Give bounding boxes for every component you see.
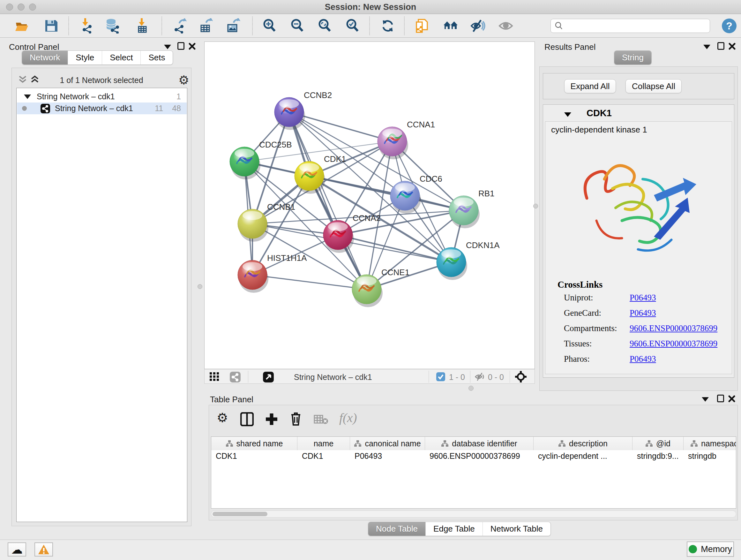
- column-header-database-identifier[interactable]: database identifier: [425, 437, 534, 450]
- tab-select[interactable]: Select: [102, 51, 140, 64]
- crosslink-value-link[interactable]: P06493: [630, 354, 656, 364]
- tab-network[interactable]: Network: [22, 51, 68, 64]
- edge-CCNA2-CDKN1A[interactable]: [338, 235, 451, 262]
- panel-menu-icon[interactable]: [702, 397, 709, 401]
- warnings-button[interactable]: [35, 543, 53, 557]
- gene-symbol: CDK1: [587, 108, 612, 118]
- column-header-shared-name[interactable]: shared name: [211, 437, 297, 450]
- crosslink-value-link[interactable]: P06493: [630, 293, 656, 303]
- node-RB1[interactable]: RB1: [449, 189, 495, 228]
- crosslinks-title: CrossLinks: [557, 279, 603, 290]
- splitter-handle[interactable]: [198, 284, 202, 289]
- panel-float-icon[interactable]: [718, 42, 724, 50]
- column-header-description[interactable]: description: [534, 437, 632, 450]
- panel-menu-icon[interactable]: [703, 45, 711, 49]
- table-cell[interactable]: cyclin-dependent ...: [534, 450, 632, 462]
- table-cell[interactable]: CDK1: [297, 450, 350, 462]
- table-cell[interactable]: CDK1: [211, 450, 297, 462]
- column-header-name[interactable]: name: [297, 437, 350, 450]
- tab-style[interactable]: Style: [68, 51, 102, 64]
- selected-checkbox-icon[interactable]: [436, 372, 445, 381]
- hide-selected-icon[interactable]: [470, 18, 485, 34]
- tree-expand-icon[interactable]: [24, 95, 31, 99]
- table-settings-gear-icon[interactable]: ⚙: [217, 410, 228, 425]
- left-splitter[interactable]: [195, 38, 204, 540]
- tab-network-table[interactable]: Network Table: [482, 522, 550, 536]
- open-file-icon[interactable]: [14, 18, 29, 34]
- crosslink-value-link[interactable]: 9606.ENSP00000378699: [630, 339, 718, 349]
- column-header-canonical-name[interactable]: canonical name: [350, 437, 425, 450]
- string-home-icon[interactable]: [443, 18, 458, 34]
- import-network-icon[interactable]: [78, 18, 94, 34]
- table-cell[interactable]: stringdb:9...: [632, 450, 684, 462]
- scrollbar-thumb[interactable]: [212, 512, 267, 516]
- birds-eye-view-icon[interactable]: [515, 371, 527, 383]
- tab-edge-table[interactable]: Edge Table: [425, 522, 482, 536]
- network-options-gear-icon[interactable]: ⚙: [179, 73, 189, 87]
- table-horizontal-scrollbar[interactable]: [211, 510, 736, 517]
- memory-button[interactable]: Memory: [687, 542, 734, 557]
- collapse-all-button[interactable]: Collapse All: [625, 79, 682, 93]
- copy-network-icon[interactable]: [414, 18, 430, 34]
- crosslink-value-link[interactable]: P06493: [630, 308, 656, 318]
- tab-sets[interactable]: Sets: [140, 51, 173, 64]
- panel-float-icon[interactable]: [717, 395, 724, 402]
- export-network-icon[interactable]: [172, 18, 188, 34]
- tab-string[interactable]: String: [614, 51, 651, 64]
- entry-collapse-icon[interactable]: [564, 112, 571, 117]
- save-session-icon[interactable]: [44, 18, 59, 34]
- import-network-database-icon[interactable]: [105, 18, 120, 34]
- node-CCNB2[interactable]: CCNB2: [274, 90, 332, 130]
- table-cell[interactable]: P06493: [350, 450, 425, 462]
- node-table[interactable]: shared namenamecanonical namedatabase id…: [211, 436, 736, 509]
- string-network-graph[interactable]: CCNB2CCNA1CDC25BCDK1CDC6RB1CCNB1CCNA2CDK…: [205, 42, 535, 369]
- export-image-icon[interactable]: [225, 18, 241, 34]
- crosslink-value-link[interactable]: 9606.ENSP00000378699: [630, 323, 718, 333]
- node-CDKN1A[interactable]: CDKN1A: [436, 240, 500, 280]
- protein-structure-image: [574, 141, 705, 268]
- table-cell[interactable]: stringdb: [684, 450, 736, 462]
- help-icon[interactable]: ?: [722, 18, 737, 33]
- show-all-icon[interactable]: [498, 18, 514, 34]
- export-table-icon[interactable]: [199, 18, 214, 34]
- edge-HIST1H1A-CCNE1[interactable]: [253, 275, 367, 289]
- cloud-status-button[interactable]: ☁: [8, 543, 26, 557]
- zoom-in-icon[interactable]: [262, 18, 277, 34]
- network-tree-selected-row[interactable]: String Network – cdk1 11 48: [17, 103, 187, 114]
- panel-close-icon[interactable]: [728, 43, 736, 50]
- zoom-out-icon[interactable]: [290, 18, 305, 34]
- table-cell[interactable]: 9606.ENSP00000378699: [425, 450, 534, 462]
- node-CCNA1[interactable]: CCNA1: [378, 120, 435, 159]
- zoom-fit-icon[interactable]: [317, 18, 333, 34]
- panel-float-icon[interactable]: [178, 42, 185, 50]
- refresh-layout-icon[interactable]: [380, 18, 395, 34]
- edge-CCNB2-RB1[interactable]: [289, 112, 464, 210]
- panel-close-icon[interactable]: [188, 43, 196, 50]
- network-canvas[interactable]: CCNB2CCNA1CDC25BCDK1CDC6RB1CCNB1CCNA2CDK…: [204, 42, 535, 369]
- node-CCNE1[interactable]: CCNE1: [352, 267, 409, 307]
- network-tree-root-row[interactable]: String Network – cdk1 1: [17, 91, 187, 103]
- show-columns-icon[interactable]: [240, 412, 254, 426]
- hidden-node-edge-counts: 0 - 0: [488, 373, 504, 382]
- results-button-bar: Expand All Collapse All: [543, 73, 734, 99]
- column-header-@id[interactable]: @id: [632, 437, 684, 450]
- zoom-selected-icon[interactable]: [345, 18, 360, 34]
- horizontal-splitter-handle[interactable]: [468, 386, 474, 391]
- grid-view-icon[interactable]: [210, 372, 219, 381]
- panel-menu-icon[interactable]: [164, 45, 171, 49]
- tab-node-table[interactable]: Node Table: [368, 522, 425, 536]
- node-label-RB1: RB1: [478, 189, 495, 198]
- expand-all-button[interactable]: Expand All: [564, 79, 616, 93]
- delete-column-icon[interactable]: [289, 412, 302, 426]
- search-icon: [554, 21, 563, 30]
- panel-close-icon[interactable]: [728, 395, 736, 402]
- node-CDK1[interactable]: CDK1: [294, 154, 346, 194]
- search-input[interactable]: [550, 19, 710, 33]
- node-HIST1H1A[interactable]: HIST1H1A: [238, 253, 307, 293]
- add-column-icon[interactable]: [265, 413, 278, 426]
- network-list-icon[interactable]: [229, 371, 241, 383]
- import-table-icon[interactable]: [134, 18, 149, 34]
- network-selection-summary: 1 of 1 Network selected: [12, 76, 191, 85]
- column-header-namespace[interactable]: namespace: [684, 437, 736, 450]
- detach-view-icon[interactable]: [263, 371, 274, 383]
